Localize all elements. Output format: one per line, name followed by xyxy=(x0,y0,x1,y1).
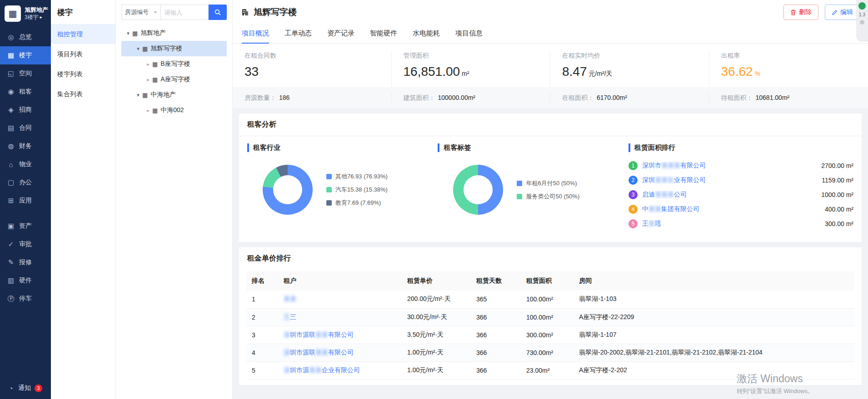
stat-value: 8.47元/m²/天 xyxy=(562,64,697,79)
sidebar-item-tenant[interactable]: ◉租客 xyxy=(0,83,51,101)
tree-node[interactable]: ▸▦B座写字楼 xyxy=(121,56,227,72)
sidebar-item-apps[interactable]: ⊞应用 xyxy=(0,192,51,210)
app-root: ▦ 旭辉地产 3楼宇 ▸ ◎总览▦楼宇◱空间◉租客◈招商▤合同◍财务⌂物业▢办公… xyxy=(0,0,868,399)
substat-rooms: 房源数量：186 xyxy=(233,92,392,103)
rank-badge: 5 xyxy=(629,219,638,228)
legend-label: 服务类公司50 (50%) xyxy=(526,192,579,201)
submenu-item[interactable]: 项目列表 xyxy=(51,44,115,64)
name-segment: 某某 xyxy=(284,295,296,302)
submenu-item[interactable]: 租控管理 xyxy=(51,24,115,44)
submenu-item[interactable]: 楼宇列表 xyxy=(51,64,115,84)
tab-智能硬件[interactable]: 智能硬件 xyxy=(370,29,397,43)
company-link[interactable]: 王某瑶 xyxy=(642,220,819,228)
name-segment: 深 xyxy=(284,349,290,356)
logo[interactable]: ▦ 旭辉地产 3楼宇 ▸ xyxy=(0,0,51,26)
tree-node[interactable]: ▾▦中海地产 xyxy=(121,87,227,103)
sidebar-item-office[interactable]: ▢办公 xyxy=(0,173,51,192)
tenant-icon: ◉ xyxy=(7,88,15,96)
search-input[interactable] xyxy=(160,5,209,20)
cell-tenant: 王三 xyxy=(278,308,402,326)
name-segment: 王 xyxy=(642,220,649,227)
sidebar-item-approval[interactable]: ✓审批 xyxy=(0,235,51,253)
legend-item: 其他76.93 (76.93%) xyxy=(326,172,388,181)
tenant-link[interactable]: 深圳市源某某企业有限公司 xyxy=(284,366,360,374)
chevron-right-icon: ▸ xyxy=(40,15,42,20)
name-segment: 某某 xyxy=(315,331,328,338)
investment-icon: ◈ xyxy=(7,106,15,114)
stat-occupancy: 出租率36.62% xyxy=(709,51,868,87)
tree-node[interactable]: ▾▦旭辉地产 xyxy=(121,25,227,41)
sidebar-item-finance[interactable]: ◍财务 xyxy=(0,137,51,155)
caret-right-icon[interactable]: ▸ xyxy=(144,77,152,83)
caret-down-icon[interactable]: ▾ xyxy=(134,46,142,52)
cell-rooms: 翡翠湖-1-103 xyxy=(574,291,854,308)
cell-rooms: A座写字楼-22-2209 xyxy=(574,308,854,326)
stat-unit: % xyxy=(755,70,760,77)
search-type-value: 房源编号 xyxy=(125,8,149,16)
edit-button[interactable]: 编辑 xyxy=(825,5,860,20)
search-button[interactable] xyxy=(209,5,227,20)
sidebar-item-label: 审批 xyxy=(19,240,32,248)
area-ranking-row: 1深圳市某某某有限公司2700.00 m² xyxy=(629,158,853,173)
sidebar-item-parking[interactable]: Ⓟ停车 xyxy=(0,290,51,308)
tab-项目概况[interactable]: 项目概况 xyxy=(242,29,269,43)
sidebar-item-property[interactable]: ⌂物业 xyxy=(0,155,51,173)
caret-down-icon[interactable]: ▾ xyxy=(134,92,142,98)
asset-icon: ▣ xyxy=(7,222,15,230)
tree-node-label: B座写字楼 xyxy=(160,60,190,68)
sidebar-item-building[interactable]: ▦楼宇 xyxy=(0,46,51,64)
page-title: 旭辉写字楼 xyxy=(254,6,297,18)
tags-donut-chart xyxy=(453,165,503,215)
sidebar-item-contract[interactable]: ▤合同 xyxy=(0,119,51,137)
tab-项目信息[interactable]: 项目信息 xyxy=(455,29,483,43)
legend-label: 其他76.93 (76.93%) xyxy=(335,172,388,181)
chevron-down-icon xyxy=(154,11,157,14)
cell-price: 1.00元/m²·天 xyxy=(402,361,471,379)
tree-node[interactable]: ▾▦旭辉写字楼 xyxy=(121,41,227,56)
substat-rented-area: 在租面积：6170.00m² xyxy=(550,92,709,103)
rank-area-value: 1159.00 m² xyxy=(822,177,853,184)
name-segment: 启迪 xyxy=(642,191,655,198)
caret-down-icon[interactable]: ▾ xyxy=(124,30,132,36)
cell-area: 23.00m² xyxy=(521,361,574,379)
screen-overlay-widget[interactable]: 1.3 xyxy=(856,0,868,42)
tree-node[interactable]: ▸▦A座写字楼 xyxy=(121,72,227,87)
sidebar-item-repair[interactable]: ✎报修 xyxy=(0,253,51,271)
delete-button[interactable]: 删除 xyxy=(783,5,818,20)
name-segment: 三 xyxy=(290,313,296,320)
sidebar-item-notifications[interactable]: ◔ 通知 3 xyxy=(0,377,51,399)
tenant-link[interactable]: 深圳市源联某某有限公司 xyxy=(284,349,354,356)
sidebar-item-overview[interactable]: ◎总览 xyxy=(0,28,51,46)
sidebar-item-asset[interactable]: ▣资产 xyxy=(0,217,51,235)
company-link[interactable]: 中某某集团有限公司 xyxy=(642,205,819,213)
tenant-link[interactable]: 王三 xyxy=(284,313,296,320)
legend-swatch xyxy=(326,174,332,179)
caret-right-icon[interactable]: ▸ xyxy=(144,61,152,67)
logo-title: 旭辉地产 xyxy=(25,6,48,14)
tree-node[interactable]: ▸▦中海002 xyxy=(121,103,227,118)
sidebar-item-hardware[interactable]: ▥硬件 xyxy=(0,271,51,290)
submenu-item[interactable]: 集合列表 xyxy=(51,84,115,104)
sidebar-item-label: 办公 xyxy=(19,178,32,187)
tenant-link[interactable]: 某某 xyxy=(284,295,296,302)
legend-swatch xyxy=(326,200,332,206)
cell-days: 366 xyxy=(471,361,521,379)
company-link[interactable]: 深圳市某某某有限公司 xyxy=(642,162,816,170)
cell-rank: 2 xyxy=(246,308,278,326)
company-link[interactable]: 深圳某某实业有限公司 xyxy=(642,176,816,184)
cell-rank: 3 xyxy=(246,326,278,344)
tab-资产记录[interactable]: 资产记录 xyxy=(327,29,354,43)
sidebar-item-investment[interactable]: ◈招商 xyxy=(0,101,51,119)
substat-label: 在租面积： xyxy=(562,94,594,101)
tab-水电能耗[interactable]: 水电能耗 xyxy=(413,29,440,43)
company-link[interactable]: 启迪某某某公司 xyxy=(642,191,816,199)
stat-value: 36.62% xyxy=(721,64,857,79)
search-type-select[interactable]: 房源编号 xyxy=(121,5,160,20)
caret-right-icon[interactable]: ▸ xyxy=(144,108,152,113)
tenant-link[interactable]: 深圳市源联某某有限公司 xyxy=(284,331,354,338)
tab-工单动态[interactable]: 工单动态 xyxy=(284,29,312,43)
stat-avg-price: 在租实时均价8.47元/m²/天 xyxy=(550,51,709,87)
area-ranking-row: 2深圳某某实业有限公司1159.00 m² xyxy=(629,173,853,187)
sidebar-item-space[interactable]: ◱空间 xyxy=(0,64,51,83)
cell-area: 100.00m² xyxy=(521,308,574,326)
